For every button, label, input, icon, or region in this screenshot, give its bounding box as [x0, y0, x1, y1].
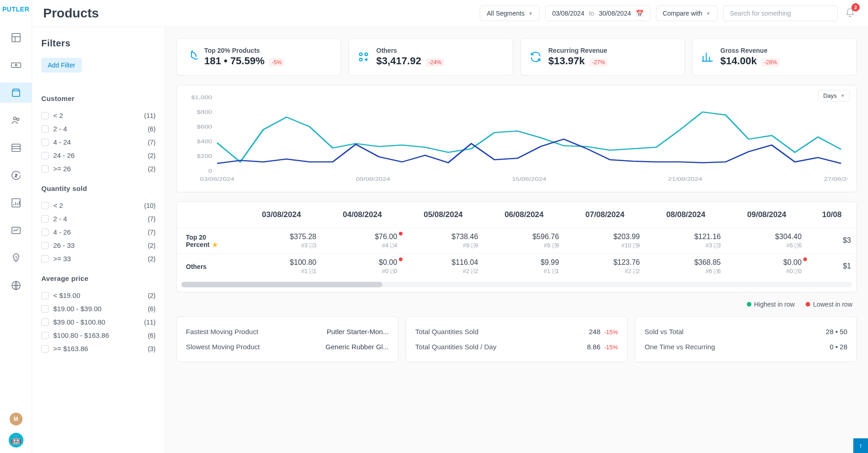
- segments-select[interactable]: All Segments ▼: [480, 6, 539, 21]
- kpi-label: Others: [376, 47, 504, 54]
- stat-value: 8.86-15%: [587, 343, 618, 351]
- kpi-card[interactable]: Recurring Revenue$13.97k-27%: [521, 38, 685, 76]
- filter-row[interactable]: 4 - 26(7): [41, 225, 156, 239]
- filter-row[interactable]: >= 33(2): [41, 252, 156, 265]
- filter-count: (7): [148, 139, 156, 146]
- filter-label: < 2: [53, 201, 144, 209]
- stat-value: Generic Rubber Gl...: [325, 343, 389, 351]
- filters-panel: Filters Add Filter Customer< 2(11)2 - 4(…: [32, 27, 165, 453]
- table-header: 10/08: [807, 202, 857, 228]
- kpi-card[interactable]: Others$3,417.92-24%: [348, 38, 513, 76]
- nav-refresh-dollar-icon[interactable]: [6, 165, 26, 185]
- kpi-card[interactable]: Top 20% Products181 • 75.59%-5%: [176, 38, 341, 76]
- kpi-card[interactable]: Gross Revenue$14.00k-28%: [692, 38, 857, 76]
- filter-count: (2): [148, 242, 156, 249]
- checkbox[interactable]: [41, 152, 49, 159]
- checkbox[interactable]: [41, 202, 49, 209]
- user-avatar[interactable]: M: [10, 413, 22, 425]
- stat-label: Total Quantities Sold / Day: [415, 343, 497, 351]
- bot-avatar[interactable]: 🤖: [9, 433, 23, 447]
- filter-row[interactable]: 26 - 33(2): [41, 239, 156, 252]
- nav-list-icon[interactable]: [6, 138, 26, 158]
- kpi-value: $13.97k: [549, 55, 585, 67]
- kpi-delta: -24%: [426, 58, 444, 67]
- nav-products-icon[interactable]: [0, 83, 32, 103]
- filter-label: < 2: [53, 112, 144, 119]
- low-dot-icon: [399, 232, 403, 235]
- kpi-label: Gross Revenue: [720, 47, 848, 54]
- table-cell: $3: [807, 228, 857, 254]
- table-cell: $123.76#2 ⍁2: [565, 254, 645, 280]
- filter-row[interactable]: < 2(11): [41, 109, 156, 122]
- filter-row[interactable]: 2 - 4(6): [41, 122, 156, 135]
- checkbox[interactable]: [41, 215, 49, 223]
- filter-count: (6): [148, 305, 156, 313]
- compare-label: Compare with: [663, 10, 702, 17]
- filter-row[interactable]: 24 - 26(2): [41, 149, 156, 162]
- stat-row: Slowest Moving ProductGeneric Rubber Gl.…: [186, 339, 389, 354]
- filter-group-title: Customer: [41, 95, 156, 102]
- svg-text:$800: $800: [197, 109, 212, 115]
- nav-customers-icon[interactable]: [6, 110, 26, 130]
- table-cell: $203.99#10 ⍁9: [565, 228, 645, 254]
- checkbox[interactable]: [41, 345, 49, 352]
- stat-value: Putler Starter-Mon...: [327, 328, 389, 336]
- nav-trend-icon[interactable]: [6, 220, 26, 240]
- checkbox[interactable]: [41, 255, 49, 263]
- checkbox[interactable]: [41, 125, 49, 133]
- checkbox[interactable]: [41, 165, 49, 173]
- checkbox[interactable]: [41, 112, 49, 119]
- horizontal-scrollbar[interactable]: [181, 282, 852, 287]
- table-header: 06/08/2024: [484, 202, 565, 228]
- checkbox[interactable]: [41, 305, 49, 313]
- svg-point-12: [359, 58, 362, 61]
- nav-money-icon[interactable]: [6, 55, 26, 75]
- stat-delta: -15%: [604, 329, 618, 336]
- table-cell: $116.04#2 ⍁2: [403, 254, 483, 280]
- table-cell: $9.99#1 ⍁1: [484, 254, 565, 280]
- checkbox[interactable]: [41, 139, 49, 146]
- nav-report-icon[interactable]: [6, 193, 26, 213]
- filter-row[interactable]: >= 26(2): [41, 162, 156, 175]
- filter-row[interactable]: < $19.00(2): [41, 289, 156, 302]
- search-input[interactable]: [723, 6, 838, 21]
- table-header: 09/08/2024: [726, 202, 807, 228]
- checkbox[interactable]: [41, 319, 49, 326]
- filter-label: $39.00 - $100.80: [53, 318, 144, 326]
- filter-count: (3): [148, 345, 156, 352]
- refresh-icon: [529, 50, 542, 63]
- filter-row[interactable]: < 2(10): [41, 199, 156, 212]
- svg-rect-3: [12, 91, 20, 96]
- stat-row: Sold vs Total28 • 50: [644, 324, 847, 339]
- filter-row[interactable]: >= $163.86(3): [41, 342, 156, 355]
- filter-row[interactable]: 2 - 4(7): [41, 212, 156, 225]
- date-range-picker[interactable]: 03/08/2024 to 30/08/2024 📅: [545, 6, 650, 21]
- notification-bell[interactable]: 2: [843, 6, 857, 21]
- compare-select[interactable]: Compare with ▼: [656, 6, 717, 21]
- filter-count: (7): [148, 215, 156, 223]
- sidebar: PUTLER M 🤖: [0, 0, 32, 453]
- nav-dashboard-icon[interactable]: [6, 28, 26, 48]
- filter-label: $19.00 - $39.00: [53, 305, 148, 313]
- checkbox[interactable]: [41, 242, 49, 249]
- checkbox[interactable]: [41, 332, 49, 339]
- table-legend: Highest in row Lowest in row: [176, 298, 857, 316]
- add-filter-button[interactable]: Add Filter: [41, 58, 82, 73]
- checkbox[interactable]: [41, 292, 49, 299]
- filter-row[interactable]: $39.00 - $100.80(11): [41, 315, 156, 329]
- filter-row[interactable]: 4 - 24(7): [41, 135, 156, 149]
- dashboard: Top 20% Products181 • 75.59%-5%Others$3,…: [165, 27, 868, 453]
- low-dot-icon: [803, 257, 807, 261]
- scroll-top-button[interactable]: ↑: [853, 438, 868, 453]
- checkbox[interactable]: [41, 229, 49, 236]
- filter-row[interactable]: $100.80 - $163.86(6): [41, 329, 156, 342]
- filter-row[interactable]: $19.00 - $39.00(6): [41, 302, 156, 315]
- svg-point-4: [13, 117, 16, 120]
- stat-row: Total Quantities Sold / Day8.86-15%: [415, 339, 618, 354]
- svg-point-5: [17, 118, 19, 121]
- nav-globe-icon[interactable]: [6, 275, 26, 296]
- kpi-delta: -28%: [762, 58, 780, 67]
- nav-idea-icon[interactable]: [6, 248, 26, 268]
- filter-count: (2): [148, 292, 156, 299]
- table-cell: $368.85#6 ⍁6: [645, 254, 726, 280]
